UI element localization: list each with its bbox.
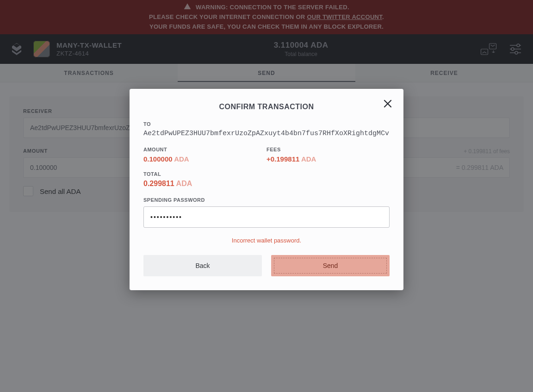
- modal-overlay: CONFIRM TRANSACTION TO Ae2tdPwUPEZ3HUU7b…: [0, 0, 533, 392]
- modal-fees-label: FEES: [266, 147, 390, 152]
- to-address: Ae2tdPwUPEZ3HUU7bmfexrUzoZpAZxuyt4b4bn7f…: [143, 130, 390, 137]
- send-button[interactable]: Send: [271, 255, 390, 276]
- password-error: Incorrect wallet password.: [143, 237, 390, 244]
- close-icon[interactable]: [382, 98, 393, 109]
- modal-amount-label: AMOUNT: [143, 147, 266, 152]
- modal-total-label: TOTAL: [143, 171, 390, 177]
- spending-password-label: SPENDING PASSWORD: [143, 197, 390, 203]
- modal-total-value: 0.299811 ADA: [143, 180, 390, 188]
- back-button[interactable]: Back: [143, 255, 262, 276]
- send-button-label: Send: [323, 262, 338, 269]
- spending-password-input[interactable]: [143, 206, 390, 228]
- modal-amount-value: 0.100000 ADA: [143, 155, 266, 163]
- modal-title: CONFIRM TRANSACTION: [143, 103, 390, 111]
- to-label: TO: [143, 121, 390, 127]
- confirm-transaction-modal: CONFIRM TRANSACTION TO Ae2tdPwUPEZ3HUU7b…: [130, 89, 403, 290]
- modal-fees-value: +0.199811 ADA: [266, 155, 390, 163]
